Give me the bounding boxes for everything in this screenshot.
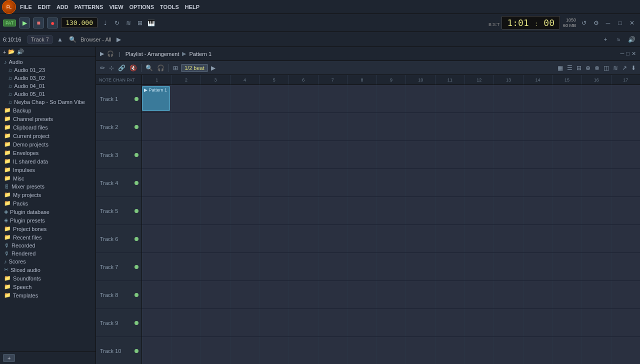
grid-cell-4-15[interactable] <box>552 169 582 196</box>
grid-cell-7-16[interactable] <box>582 253 611 280</box>
pl-headphones-icon[interactable]: 🎧 <box>107 50 114 57</box>
grid-cell-6-3[interactable] <box>200 225 230 252</box>
pl-env-icon[interactable]: ↗ <box>621 64 628 72</box>
sidebar-item-channel-presets[interactable]: 📁Channel presets <box>0 114 96 123</box>
grid-cell-4-1[interactable] <box>142 169 172 196</box>
grid-cell-2-15[interactable] <box>552 113 582 140</box>
grid-cell-8-9[interactable] <box>376 281 406 308</box>
grid-cell-6-11[interactable] <box>435 225 464 252</box>
grid-cell-5-3[interactable] <box>200 197 230 224</box>
pl-settings2-icon[interactable]: ⊗ <box>594 64 600 72</box>
track-grid[interactable]: 1234567891011121314151617 ▶ Pattern 1 <box>142 75 640 364</box>
pl-play-icon[interactable]: ▶ <box>100 50 104 57</box>
metro-icon[interactable]: ♩ <box>100 18 110 28</box>
sidebar-item-impulses[interactable]: 📁Impulses <box>0 166 96 174</box>
menu-item-view[interactable]: VIEW <box>106 3 126 11</box>
grid-cell-8-3[interactable] <box>200 281 230 308</box>
grid-cell-10-6[interactable] <box>288 337 318 364</box>
sidebar-item-neyba-chap---so-damn-vibe[interactable]: ♫Neyba Chap - So Damn Vibe <box>0 98 96 106</box>
grid-cell-5-8[interactable] <box>347 197 376 224</box>
grid-cell-2-4[interactable] <box>230 113 260 140</box>
menu-item-options[interactable]: OPTIONS <box>126 3 158 11</box>
grid-row-7[interactable] <box>142 253 640 281</box>
grid-cell-2-9[interactable] <box>376 113 406 140</box>
grid-cell-4-4[interactable] <box>230 169 260 196</box>
grid-cell-5-13[interactable] <box>494 197 523 224</box>
menu-item-file[interactable]: FILE <box>17 3 35 11</box>
grid-cell-10-10[interactable] <box>406 337 435 364</box>
grid-cell-8-6[interactable] <box>288 281 318 308</box>
grid-cell-8-8[interactable] <box>347 281 376 308</box>
grid-cell-7-17[interactable] <box>611 253 640 280</box>
nav-up-icon[interactable]: ▲ <box>54 34 66 45</box>
waveform-icon[interactable]: ≈ <box>613 34 624 45</box>
grid-cell-2-3[interactable] <box>200 113 230 140</box>
add-track-icon[interactable]: + <box>600 34 611 45</box>
sidebar-add-icon[interactable]: + <box>3 49 6 55</box>
sidebar-item-project-bones[interactable]: 📁Project bones <box>0 224 96 233</box>
pl-list-icon[interactable]: ☰ <box>566 64 574 72</box>
grid-cell-2-7[interactable] <box>318 113 348 140</box>
grid-cell-3-15[interactable] <box>552 141 582 168</box>
track-header-3[interactable]: Track 3 <box>96 141 142 169</box>
track-header-9[interactable]: Track 9 <box>96 309 142 337</box>
grid-cell-9-2[interactable] <box>172 309 201 336</box>
pl-fx-icon[interactable]: ≋ <box>612 64 619 72</box>
track-header-10[interactable]: Track 10 <box>96 337 142 364</box>
grid-cell-10-3[interactable] <box>200 337 230 364</box>
grid-cell-1-12[interactable] <box>464 85 494 112</box>
grid-cell-1-4[interactable] <box>230 85 260 112</box>
sidebar-item-current-project[interactable]: 📁Current project <box>0 132 96 140</box>
grid-cell-9-7[interactable] <box>318 309 348 336</box>
grid-cell-7-2[interactable] <box>172 253 201 280</box>
link-icon[interactable]: 🔗 <box>117 64 126 72</box>
grid-cell-9-14[interactable] <box>523 309 552 336</box>
sidebar-item-recent-files[interactable]: 📁Recent files <box>0 233 96 242</box>
track-header-8[interactable]: Track 8 <box>96 281 142 309</box>
grid-cell-9-8[interactable] <box>347 309 376 336</box>
grid-cell-8-13[interactable] <box>494 281 523 308</box>
grid-cell-9-11[interactable] <box>435 309 464 336</box>
grid-cell-6-7[interactable] <box>318 225 348 252</box>
grid-cell-5-4[interactable] <box>230 197 260 224</box>
grid-cell-6-10[interactable] <box>406 225 435 252</box>
grid-cell-9-15[interactable] <box>552 309 582 336</box>
sidebar-item-clipboard-files[interactable]: 📁Clipboard files <box>0 123 96 132</box>
grid-cell-3-1[interactable] <box>142 141 172 168</box>
grid-cell-6-8[interactable] <box>347 225 376 252</box>
grid-cell-6-14[interactable] <box>523 225 552 252</box>
grid-cell-8-7[interactable] <box>318 281 348 308</box>
grid-row-4[interactable] <box>142 169 640 197</box>
grid-cell-10-9[interactable] <box>376 337 406 364</box>
pl-mix-icon[interactable]: ⊕ <box>584 64 592 72</box>
arrow-right-icon[interactable]: ▶ <box>114 34 124 45</box>
grid-row-3[interactable] <box>142 141 640 169</box>
grid-row-5[interactable] <box>142 197 640 225</box>
grid-cell-9-1[interactable] <box>142 309 172 336</box>
grid-cell-7-6[interactable] <box>288 253 318 280</box>
grid-cell-4-9[interactable] <box>376 169 406 196</box>
grid-cell-7-12[interactable] <box>464 253 494 280</box>
grid-cell-4-6[interactable] <box>288 169 318 196</box>
grid-cell-10-13[interactable] <box>494 337 523 364</box>
grid-cell-10-15[interactable] <box>552 337 582 364</box>
grid-cell-3-6[interactable] <box>288 141 318 168</box>
sidebar-item-misc[interactable]: 📁Misc <box>0 174 96 182</box>
grid-cell-5-7[interactable] <box>318 197 348 224</box>
grid-cell-6-4[interactable] <box>230 225 260 252</box>
grid-cell-2-5[interactable] <box>259 113 288 140</box>
grid-cell-5-12[interactable] <box>464 197 494 224</box>
grid-cell-3-9[interactable] <box>376 141 406 168</box>
sidebar-item-demo-projects[interactable]: 📁Demo projects <box>0 140 96 148</box>
step-icon[interactable]: ⊞ <box>135 18 145 28</box>
search-icon[interactable]: 🔍 <box>68 34 78 45</box>
grid-cell-7-8[interactable] <box>347 253 376 280</box>
grid-cell-1-7[interactable] <box>318 85 348 112</box>
grid-cell-7-5[interactable] <box>259 253 288 280</box>
grid-cell-9-4[interactable] <box>230 309 260 336</box>
grid-cell-3-14[interactable] <box>523 141 552 168</box>
grid-cell-2-12[interactable] <box>464 113 494 140</box>
refresh-icon[interactable]: ↺ <box>579 18 589 28</box>
pl-minimize-icon[interactable]: ─ <box>620 50 624 57</box>
sidebar-item-mixer-presets[interactable]: 🎚Mixer presets <box>0 182 96 190</box>
